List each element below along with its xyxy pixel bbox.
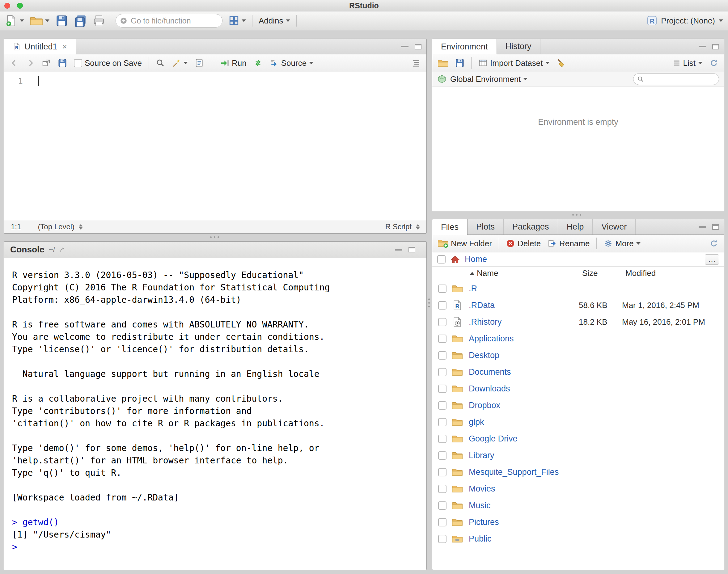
file-checkbox[interactable] [438, 518, 446, 526]
file-checkbox[interactable] [438, 335, 446, 343]
file-checkbox[interactable] [438, 285, 446, 293]
code-editor[interactable]: 1 [4, 72, 427, 220]
file-checkbox[interactable] [438, 301, 446, 310]
file-link[interactable]: Dropbox [469, 401, 500, 410]
tab-plots[interactable]: Plots [468, 219, 504, 235]
select-all-checkbox[interactable] [437, 255, 446, 263]
filetype-selector[interactable]: R Script [385, 222, 419, 231]
environment-scope-selector[interactable]: Global Environment [450, 75, 527, 84]
save-button[interactable] [55, 14, 68, 27]
minimize-pane-icon[interactable] [401, 46, 408, 47]
tab-environment[interactable]: Environment [432, 39, 497, 54]
file-checkbox[interactable] [438, 368, 446, 376]
new-file-button[interactable] [5, 14, 24, 27]
file-checkbox[interactable] [438, 351, 446, 360]
open-file-button[interactable] [30, 14, 49, 27]
file-link[interactable]: Public [469, 534, 492, 543]
console-output[interactable]: R version 3.3.0 (2016-05-03) -- "Suppose… [4, 258, 427, 570]
scope-selector[interactable]: (Top Level) [38, 222, 82, 231]
popout-icon[interactable] [42, 58, 51, 68]
search-icon[interactable] [156, 58, 165, 68]
file-link[interactable]: glpk [469, 417, 484, 427]
tab-help[interactable]: Help [558, 219, 593, 235]
file-link[interactable]: Library [469, 451, 494, 460]
file-checkbox[interactable] [438, 401, 446, 410]
source-button[interactable]: Source [270, 58, 313, 68]
addins-button[interactable]: Addins [259, 16, 290, 26]
minimize-pane-icon[interactable] [699, 46, 706, 47]
minimize-pane-icon[interactable] [395, 249, 402, 251]
path-more-button[interactable]: … [705, 254, 719, 265]
file-checkbox[interactable] [438, 535, 446, 543]
maximize-pane-icon[interactable] [712, 44, 719, 49]
print-button[interactable] [93, 14, 105, 27]
open-workspace-icon[interactable] [438, 58, 448, 68]
code-tools-button[interactable] [172, 58, 188, 68]
zoom-window-button[interactable] [17, 3, 23, 9]
list-view-button[interactable]: List [673, 58, 702, 68]
import-dataset-button[interactable]: Import Dataset [478, 58, 550, 68]
file-link[interactable]: .R [469, 284, 477, 293]
pane-layout-button[interactable] [229, 15, 246, 26]
close-window-button[interactable] [4, 3, 10, 9]
save-workspace-icon[interactable] [455, 58, 464, 68]
file-link[interactable]: Pictures [469, 518, 499, 527]
file-link[interactable]: Documents [469, 367, 511, 377]
minimize-pane-icon[interactable] [699, 226, 706, 228]
document-outline-icon[interactable] [412, 58, 421, 68]
maximize-pane-icon[interactable] [712, 224, 719, 230]
close-tab-icon[interactable]: × [63, 42, 67, 52]
file-checkbox[interactable] [438, 435, 446, 443]
column-header-modified[interactable]: Modified [622, 266, 724, 280]
file-checkbox[interactable] [438, 451, 446, 460]
file-checkbox[interactable] [438, 318, 446, 326]
file-link[interactable]: Mesquite_Support_Files [469, 467, 559, 477]
source-on-save-checkbox[interactable] [74, 59, 82, 67]
goto-file-function-input[interactable] [131, 16, 218, 25]
breadcrumb-home-link[interactable]: Home [465, 254, 487, 264]
rerun-icon[interactable] [253, 58, 262, 68]
file-link[interactable]: Movies [469, 484, 495, 493]
column-header-name[interactable]: Name [469, 266, 579, 280]
goto-file-function-box[interactable] [116, 14, 223, 28]
file-link[interactable]: Google Drive [469, 434, 518, 443]
more-button[interactable]: More [604, 239, 640, 248]
refresh-icon[interactable] [709, 58, 719, 68]
forward-icon[interactable] [26, 58, 35, 68]
save-icon[interactable] [58, 58, 67, 68]
tab-history[interactable]: History [497, 39, 540, 54]
file-link[interactable]: Applications [469, 334, 514, 343]
file-checkbox[interactable] [438, 468, 446, 477]
tab-viewer[interactable]: Viewer [593, 219, 636, 235]
rename-button[interactable]: Rename [548, 239, 590, 248]
compile-report-icon[interactable] [195, 58, 204, 68]
file-link[interactable]: .Rhistory [469, 317, 502, 327]
maximize-pane-icon[interactable] [408, 247, 415, 252]
file-checkbox[interactable] [438, 501, 446, 510]
refresh-icon[interactable] [709, 239, 719, 248]
column-header-size[interactable]: Size [579, 266, 622, 280]
save-all-button[interactable] [74, 14, 86, 27]
pane-splitter-horizontal[interactable] [210, 236, 219, 238]
environment-search-input[interactable] [646, 75, 715, 83]
file-checkbox[interactable] [438, 418, 446, 426]
file-link[interactable]: Desktop [469, 351, 499, 360]
new-folder-button[interactable]: New Folder [438, 238, 492, 249]
file-checkbox[interactable] [438, 485, 446, 493]
tab-untitled1[interactable]: R Untitled1 × [4, 39, 76, 54]
console-popout-icon[interactable] [59, 246, 67, 254]
pane-splitter-vertical[interactable] [428, 298, 430, 308]
pane-splitter-horizontal[interactable] [572, 214, 581, 216]
back-icon[interactable] [9, 58, 19, 68]
tab-files[interactable]: Files [432, 219, 468, 235]
project-selector[interactable]: R Project: (None) [647, 15, 723, 26]
tab-packages[interactable]: Packages [504, 219, 558, 235]
file-link[interactable]: Downloads [469, 384, 510, 393]
delete-button[interactable]: Delete [506, 239, 541, 248]
clear-workspace-icon[interactable] [557, 58, 566, 68]
file-link[interactable]: .RData [469, 300, 495, 310]
maximize-pane-icon[interactable] [415, 44, 421, 49]
source-on-save-toggle[interactable]: Source on Save [74, 58, 142, 68]
file-checkbox[interactable] [438, 384, 446, 393]
environment-search-box[interactable] [633, 73, 719, 85]
